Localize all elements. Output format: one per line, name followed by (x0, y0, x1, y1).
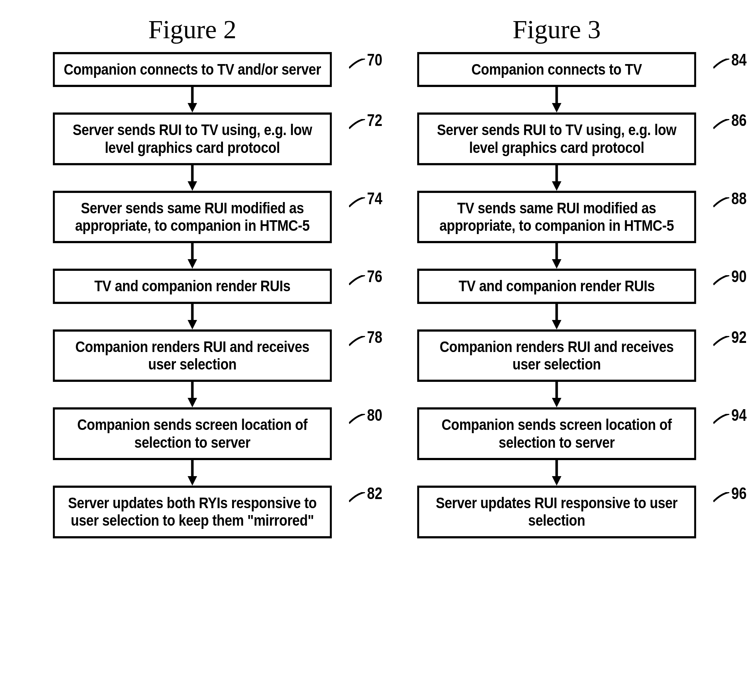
leader-line (713, 414, 729, 425)
flow-box: TV and companion render RUIs (53, 268, 332, 303)
leader-line (349, 492, 365, 503)
flow-step: Companion renders RUI and receives user … (17, 329, 367, 382)
flow-box: Server updates both RYIs responsive to u… (53, 486, 332, 538)
flow-step: Companion connects to TV and/or server70 (17, 52, 367, 87)
down-arrow-icon (187, 460, 198, 486)
flow-step: Companion sends screen location of selec… (382, 407, 732, 460)
flow-step: Companion sends screen location of selec… (17, 407, 367, 460)
flow-step: TV and companion render RUIs76 (17, 268, 367, 303)
flow-box: Companion renders RUI and receives user … (417, 329, 696, 382)
down-arrow-icon (187, 87, 198, 113)
leader-line (349, 119, 365, 130)
leader-line (349, 414, 365, 425)
reference-number: 96 (731, 483, 746, 503)
down-arrow-icon (551, 87, 562, 113)
flow-box: Server sends RUI to TV using, e.g. low l… (417, 113, 696, 165)
leader-line (713, 275, 729, 286)
down-arrow-icon (551, 382, 562, 407)
svg-marker-21 (552, 398, 561, 407)
svg-marker-15 (552, 181, 561, 191)
flow-box: Server updates RUI responsive to user se… (417, 486, 696, 538)
flow-box: Companion connects to TV and/or server (53, 52, 332, 87)
flow-step: Server updates RUI responsive to user se… (382, 486, 732, 538)
flow-box: Companion sends screen location of selec… (417, 407, 696, 460)
flow-box: TV and companion render RUIs (417, 268, 696, 303)
reference-number: 92 (731, 327, 746, 347)
flow-box: Server sends same RUI modified as approp… (53, 191, 332, 244)
figure-title: Figure 2 (148, 15, 237, 45)
svg-marker-23 (552, 476, 561, 486)
reference-number: 82 (367, 483, 382, 503)
flow-step: Companion connects to TV84 (382, 52, 732, 87)
down-arrow-icon (551, 304, 562, 329)
reference-number: 88 (731, 189, 746, 208)
leader-line (349, 275, 365, 286)
flow-box: TV sends same RUI modified as appropriat… (417, 191, 696, 244)
flow-step: Companion renders RUI and receives user … (382, 329, 732, 382)
reference-number: 86 (731, 110, 746, 130)
svg-marker-9 (188, 398, 197, 407)
flow-box: Companion renders RUI and receives user … (53, 329, 332, 382)
down-arrow-icon (551, 165, 562, 191)
svg-marker-19 (552, 320, 561, 329)
leader-line (713, 59, 729, 70)
reference-number: 72 (367, 110, 382, 130)
flowchart: Figure 3Companion connects to TV84Server… (382, 15, 732, 538)
leader-line (713, 119, 729, 130)
down-arrow-icon (187, 304, 198, 329)
leader-line (349, 197, 365, 208)
flow-box: Companion connects to TV (417, 52, 696, 87)
down-arrow-icon (187, 382, 198, 407)
flow-step: TV and companion render RUIs90 (382, 268, 732, 303)
down-arrow-icon (551, 460, 562, 486)
leader-line (713, 492, 729, 503)
flow-step: TV sends same RUI modified as appropriat… (382, 191, 732, 244)
svg-marker-7 (188, 320, 197, 329)
reference-number: 78 (367, 327, 382, 347)
svg-marker-5 (188, 259, 197, 268)
down-arrow-icon (187, 165, 198, 191)
down-arrow-icon (551, 243, 562, 268)
reference-number: 76 (367, 267, 382, 286)
figure-title: Figure 3 (512, 15, 601, 45)
flow-step: Server updates both RYIs responsive to u… (17, 486, 367, 538)
svg-marker-17 (552, 259, 561, 268)
reference-number: 94 (731, 405, 746, 425)
leader-line (349, 59, 365, 70)
reference-number: 74 (367, 189, 382, 208)
reference-number: 90 (731, 267, 746, 286)
leader-line (713, 197, 729, 208)
reference-number: 80 (367, 405, 382, 425)
svg-marker-11 (188, 476, 197, 486)
flow-box: Companion sends screen location of selec… (53, 407, 332, 460)
flow-box: Server sends RUI to TV using, e.g. low l… (53, 113, 332, 165)
svg-marker-13 (552, 103, 561, 113)
flow-step: Server sends RUI to TV using, e.g. low l… (17, 113, 367, 165)
leader-line (713, 336, 729, 347)
down-arrow-icon (187, 243, 198, 268)
reference-number: 70 (367, 50, 382, 70)
flowchart: Figure 2Companion connects to TV and/or … (17, 15, 367, 538)
reference-number: 84 (731, 50, 746, 70)
diagram-container: Figure 2Companion connects to TV and/or … (11, 15, 738, 538)
svg-marker-1 (188, 103, 197, 113)
flow-step: Server sends RUI to TV using, e.g. low l… (382, 113, 732, 165)
flow-step: Server sends same RUI modified as approp… (17, 191, 367, 244)
leader-line (349, 336, 365, 347)
svg-marker-3 (188, 181, 197, 191)
